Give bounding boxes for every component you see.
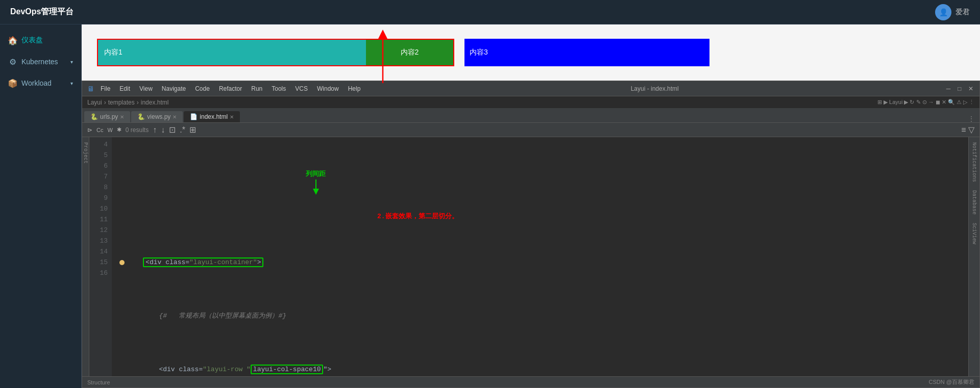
tab-label-urls: urls.py <box>100 113 118 120</box>
tab-icon-views: 🐍 <box>137 113 145 120</box>
column-gap-annotation: 列间距 <box>306 169 326 195</box>
ide-titlebar-left: 🖥 File Edit View Navigate Code Refactor … <box>87 84 364 93</box>
sciview-panel[interactable]: SciView <box>970 220 978 247</box>
ide-project-panel: Project <box>82 137 89 376</box>
breadcrumb-templates: templates <box>108 99 135 106</box>
menu-refactor[interactable]: Refactor <box>215 84 246 93</box>
minimize-button[interactable]: ─ <box>945 85 952 92</box>
tab-urls-py[interactable]: 🐍 urls.py ✕ <box>84 111 130 122</box>
close-button[interactable]: ✕ <box>967 85 974 92</box>
sidebar-item-workload[interactable]: 📦 Workload ▾ <box>0 72 81 94</box>
code-line-5: <div class="layui-container"> <box>117 257 968 268</box>
line-num-14: 14 <box>89 246 112 257</box>
menu-file[interactable]: File <box>96 84 114 93</box>
ide-right-panel: Notifications Database SciView <box>968 137 979 376</box>
maximize-button[interactable]: □ <box>956 85 963 92</box>
search-down-icon[interactable]: ↓ <box>161 125 165 135</box>
chevron-down-icon: ▾ <box>70 59 73 65</box>
tab-index-html[interactable]: 📄 index.html ✕ <box>184 111 240 122</box>
ide-bottom-left: Structure <box>87 379 110 385</box>
tab-close-urls[interactable]: ✕ <box>120 114 124 120</box>
ide-menus: File Edit View Navigate Code Refactor Ru… <box>96 84 364 93</box>
ide-icon: 🖥 <box>87 85 94 93</box>
line-num-11: 11 <box>89 214 112 225</box>
menu-vcs[interactable]: VCS <box>291 84 312 93</box>
line-num-10: 10 <box>89 203 112 214</box>
menu-edit[interactable]: Edit <box>115 84 134 93</box>
user-area[interactable]: 👤 爱君 <box>935 4 970 20</box>
line-num-15: 15 <box>89 257 112 268</box>
code-text-4 <box>127 203 131 214</box>
column-gap-label: 列间距 <box>306 169 326 179</box>
line-num-9: 9 <box>89 193 112 203</box>
content-area: 内容1 内容2 内容3 🖥 <box>82 24 980 388</box>
code-line-7: <div class="layui-row "layui-col-space10… <box>117 364 968 375</box>
preview-container: 内容1 内容2 <box>97 39 454 66</box>
search-results: 0 results <box>126 126 149 134</box>
search-filter-icon[interactable]: ⊡ <box>169 125 176 135</box>
sidebar-item-dashboard[interactable]: 🏠 仪表盘 <box>0 30 81 51</box>
search-w-label: W <box>107 127 112 133</box>
main-layout: 🏠 仪表盘 ⚙ Kubernetes ▾ 📦 Workload ▾ <box>0 24 980 388</box>
sidebar-label-dashboard: 仪表盘 <box>21 36 43 45</box>
tab-icon-urls: 🐍 <box>90 113 98 120</box>
menu-tools[interactable]: Tools <box>267 84 290 93</box>
database-panel[interactable]: Database <box>970 187 978 218</box>
sidebar: 🏠 仪表盘 ⚙ Kubernetes ▾ 📦 Workload ▾ <box>0 24 82 388</box>
code-line-4 <box>117 203 968 214</box>
line-numbers: 4 5 6 7 8 9 10 11 12 13 14 15 16 <box>89 137 112 376</box>
line-num-16: 16 <box>89 268 112 278</box>
search-regex-icon[interactable]: .* <box>180 125 185 135</box>
notifications-panel[interactable]: Notifications <box>970 139 978 185</box>
line-num-5: 5 <box>89 150 112 161</box>
search-star-label: ✱ <box>117 126 121 133</box>
sidebar-label-workload: Workload <box>21 79 52 87</box>
ide-wrapper: 🖥 File Edit View Navigate Code Refactor … <box>82 81 980 388</box>
tab-icon-index: 📄 <box>190 113 198 120</box>
home-icon: 🏠 <box>8 36 17 45</box>
column-gap-arrow <box>311 179 321 195</box>
line-num-8: 8 <box>89 182 112 193</box>
code-line-6: {# 常规布局（以中型屏幕桌面为例）#} <box>117 311 968 321</box>
ide-searchbar: ⊳ Cc W ✱ 0 results ↑ ↓ ⊡ .* ⊞ ≡ ▽ <box>82 123 979 137</box>
app-title: DevOps管理平台 <box>10 7 74 17</box>
preview-block-content2: 内容2 <box>366 40 453 65</box>
code-text-7: <div class="layui-row "layui-col-space10… <box>127 364 331 375</box>
app-header: DevOps管理平台 👤 爱君 <box>0 0 980 24</box>
ide-tabbar: 🐍 urls.py ✕ 🐍 views.py ✕ 📄 index.html ✕ <box>82 109 979 123</box>
tab-close-index[interactable]: ✕ <box>230 114 234 120</box>
code-text-6: {# 常规布局（以中型屏幕桌面为例）#} <box>127 311 286 321</box>
project-panel-label[interactable]: Project <box>83 139 88 167</box>
ide-titlebar: 🖥 File Edit View Navigate Code Refactor … <box>82 81 979 96</box>
workload-icon: 📦 <box>8 79 17 88</box>
ide-statusbar: Structure CSDN @百慕卿君 <box>82 376 979 387</box>
search-settings-icon[interactable]: ⊞ <box>189 125 196 135</box>
kubernetes-icon: ⚙ <box>8 57 17 66</box>
breadcrumb-layui: Layui <box>87 99 102 106</box>
tab-close-views[interactable]: ✕ <box>173 114 177 120</box>
tab-more-icon[interactable]: ⋮ <box>968 115 974 122</box>
search-up-icon[interactable]: ↑ <box>153 125 157 135</box>
preview-block-content1: 内容1 <box>98 40 366 65</box>
ide-code-area: Project 4 5 6 7 8 9 10 11 12 13 14 <box>82 137 979 376</box>
menu-window[interactable]: Window <box>313 84 343 93</box>
menu-help[interactable]: Help <box>344 84 365 93</box>
tab-views-py[interactable]: 🐍 views.py ✕ <box>131 111 183 122</box>
ide-toolbar-icons: ⊞ ▶ Layui ▶ ↻ ✎ ⊙ → ◼ ✕ 🔍 ⚠ ▷ ⋮ <box>877 99 974 106</box>
username: 爱君 <box>955 8 970 17</box>
search-list-icon[interactable]: ≡ ▽ <box>961 125 974 135</box>
sidebar-item-kubernetes[interactable]: ⚙ Kubernetes ▾ <box>0 51 81 72</box>
menu-run[interactable]: Run <box>247 84 266 93</box>
search-cc-label: Cc <box>96 127 103 133</box>
line-num-7: 7 <box>89 171 112 182</box>
line-num-12: 12 <box>89 225 112 236</box>
preview-area: 内容1 内容2 内容3 <box>82 24 980 81</box>
ide-title: Layui - index.html <box>631 85 679 92</box>
menu-code[interactable]: Code <box>191 84 214 93</box>
menu-navigate[interactable]: Navigate <box>158 84 190 93</box>
breadcrumb-index: index.html <box>141 99 169 106</box>
line-num-6: 6 <box>89 161 112 171</box>
menu-view[interactable]: View <box>135 84 157 93</box>
preview-block-content3: 内容3 <box>464 39 709 66</box>
gutter-5 <box>117 260 127 265</box>
